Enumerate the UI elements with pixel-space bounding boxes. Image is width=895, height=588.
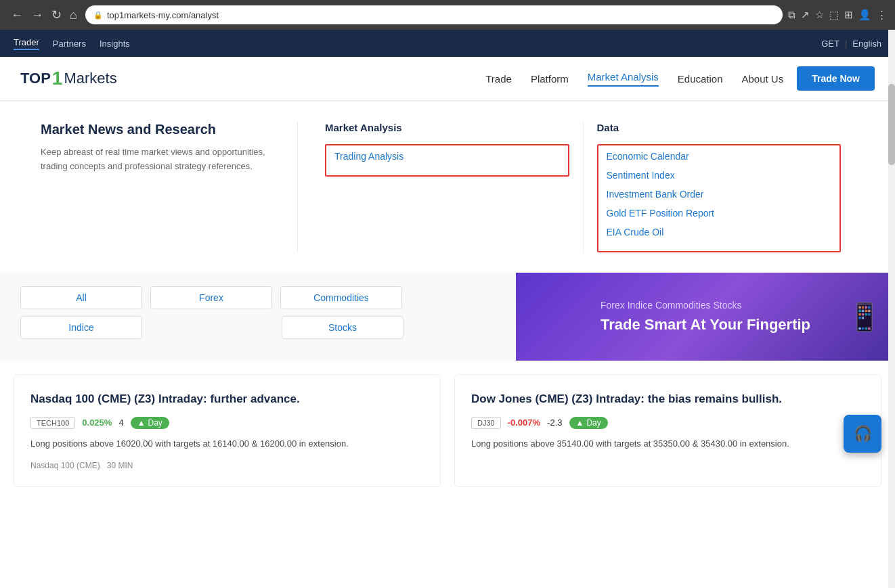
up-arrow-icon-2: ▲ bbox=[576, 418, 584, 428]
filter-indice-button[interactable]: Indice bbox=[20, 316, 142, 339]
headphones-icon: 🎧 bbox=[854, 425, 872, 443]
article-1-meta: TECH100 0.025% 4 ▲ Day bbox=[30, 417, 424, 429]
support-chat-button[interactable]: 🎧 bbox=[844, 415, 881, 453]
share-icon[interactable]: ↗ bbox=[801, 9, 810, 21]
banner-decoration: 📱 bbox=[848, 301, 881, 333]
nav-about-us[interactable]: About Us bbox=[742, 73, 784, 85]
filter-forex-button[interactable]: Forex bbox=[150, 286, 272, 309]
logo[interactable]: TOP1 Markets bbox=[20, 68, 117, 89]
mega-menu-title: Market News and Research bbox=[41, 122, 270, 137]
article-2-day-badge: ▲ Day bbox=[569, 417, 608, 429]
trading-analysis-link[interactable]: Trading Analysis bbox=[334, 151, 560, 162]
back-button[interactable]: ← bbox=[8, 7, 26, 24]
bookmark-icon[interactable]: ☆ bbox=[815, 9, 824, 21]
top-nav-right: GET | English bbox=[821, 39, 881, 49]
article-2-title: Dow Jones (CME) (Z3) Intraday: the bias … bbox=[471, 391, 865, 407]
filter-row-1: All Forex Commodities bbox=[20, 286, 496, 309]
article-card-1: Nasdaq 100 (CME) (Z3) Intraday: further … bbox=[14, 374, 441, 487]
article-2-tag: DJ30 bbox=[471, 417, 501, 429]
mega-menu-right: Market Analysis Trading Analysis Data Ec… bbox=[298, 122, 854, 252]
article-card-2: Dow Jones (CME) (Z3) Intraday: the bias … bbox=[454, 374, 881, 487]
mega-menu-dropdown: Market News and Research Keep abreast of… bbox=[0, 101, 895, 273]
nav-education[interactable]: Education bbox=[678, 73, 723, 85]
main-header: TOP1 Markets Trade Platform Market Analy… bbox=[0, 57, 895, 101]
article-1-title: Nasdaq 100 (CME) (Z3) Intraday: further … bbox=[30, 391, 424, 407]
filter-all-button[interactable]: All bbox=[20, 286, 142, 309]
scrollbar-thumb[interactable] bbox=[888, 84, 895, 165]
filter-commodities-button[interactable]: Commodities bbox=[280, 286, 402, 309]
home-button[interactable]: ⌂ bbox=[67, 7, 80, 24]
banner-content: Forex Indice Commodities Stocks Trade Sm… bbox=[580, 286, 831, 347]
browser-chrome: ← → ↻ ⌂ 🔒 top1markets-my.com/analyst ⧉ ↗… bbox=[0, 0, 895, 30]
main-nav: Trade Platform Market Analysis Education… bbox=[485, 71, 783, 87]
browser-actions: ⧉ ↗ ☆ ⬚ ⊞ 👤 ⋮ bbox=[788, 9, 887, 21]
mega-col1-title: Market Analysis bbox=[325, 122, 569, 133]
mega-menu-desc: Keep abreast of real time market views a… bbox=[41, 145, 270, 174]
menu-icon[interactable]: ⋮ bbox=[877, 9, 887, 21]
lock-icon: 🔒 bbox=[93, 11, 103, 20]
nav-trade[interactable]: Trade bbox=[485, 73, 512, 85]
article-2-num: -2.3 bbox=[547, 417, 562, 428]
extensions2-icon[interactable]: ⬚ bbox=[829, 9, 839, 21]
article-1-day-badge: ▲ Day bbox=[131, 417, 169, 429]
filter-stocks-button[interactable]: Stocks bbox=[282, 316, 403, 339]
eia-crude-link[interactable]: EIA Crude Oil bbox=[607, 227, 832, 238]
nav-partners[interactable]: Partners bbox=[53, 39, 86, 49]
filter-row-2: Indice Stocks bbox=[20, 316, 496, 339]
sentiment-index-link[interactable]: Sentiment Index bbox=[607, 170, 832, 181]
mega-menu-left: Market News and Research Keep abreast of… bbox=[41, 122, 298, 252]
article-2-period: Day bbox=[586, 418, 601, 428]
economic-calendar-link[interactable]: Economic Calendar bbox=[607, 151, 832, 162]
logo-top: TOP bbox=[20, 70, 51, 87]
forward-button[interactable]: → bbox=[28, 7, 46, 24]
nav-trader[interactable]: Trader bbox=[14, 37, 39, 50]
nav-market-analysis[interactable]: Market Analysis bbox=[588, 71, 659, 87]
nav-platform[interactable]: Platform bbox=[531, 73, 569, 85]
investment-bank-link[interactable]: Investment Bank Order bbox=[607, 189, 832, 200]
divider: | bbox=[845, 39, 847, 49]
url-text: top1markets-my.com/analyst bbox=[107, 10, 219, 20]
nav-insights[interactable]: Insights bbox=[100, 39, 130, 49]
banner-subtitle: Forex Indice Commodities Stocks bbox=[601, 300, 810, 311]
trade-now-button[interactable]: Trade Now bbox=[797, 66, 875, 91]
article-2-pct: -0.007% bbox=[508, 417, 540, 428]
language-label[interactable]: English bbox=[852, 39, 881, 49]
analysis-items-box: Trading Analysis bbox=[325, 144, 569, 177]
scrollbar[interactable] bbox=[888, 30, 895, 501]
article-1-num: 4 bbox=[118, 417, 123, 428]
article-1-body: Long positions above 16020.00 with targe… bbox=[30, 437, 424, 451]
article-1-footer-label: Nasdaq 100 (CME) bbox=[30, 461, 100, 470]
article-1-tag: TECH100 bbox=[30, 417, 75, 429]
mega-col-analysis: Market Analysis Trading Analysis bbox=[325, 122, 584, 252]
browser-nav-buttons[interactable]: ← → ↻ ⌂ bbox=[8, 6, 80, 24]
article-2-meta: DJ30 -0.007% -2.3 ▲ Day bbox=[471, 417, 865, 429]
grid-icon[interactable]: ⊞ bbox=[844, 9, 853, 21]
logo-markets: Markets bbox=[64, 70, 116, 87]
gold-etf-link[interactable]: Gold ETF Position Report bbox=[607, 208, 832, 219]
data-items-box: Economic Calendar Sentiment Index Invest… bbox=[597, 144, 842, 252]
article-1-footer: Nasdaq 100 (CME) 30 MIN bbox=[30, 461, 424, 470]
banner-title: Trade Smart At Your Fingertip bbox=[601, 316, 810, 334]
article-2-body: Long positions above 35140.00 with targe… bbox=[471, 437, 865, 451]
get-label[interactable]: GET bbox=[821, 39, 839, 49]
articles-grid: Nasdaq 100 (CME) (Z3) Intraday: further … bbox=[0, 374, 895, 501]
extensions-icon[interactable]: ⧉ bbox=[788, 9, 795, 21]
mega-col-data: Data Economic Calendar Sentiment Index I… bbox=[597, 122, 855, 252]
filter-section: All Forex Commodities Indice Stocks bbox=[0, 273, 516, 361]
article-1-pct: 0.025% bbox=[82, 417, 112, 428]
logo-one: 1 bbox=[52, 68, 63, 89]
filter-banner-section: All Forex Commodities Indice Stocks Fore… bbox=[0, 273, 895, 361]
top-nav-bar: Trader Partners Insights GET | English bbox=[0, 30, 895, 57]
profile-icon[interactable]: 👤 bbox=[858, 9, 871, 21]
top-nav-left: Trader Partners Insights bbox=[14, 37, 130, 50]
article-1-period: Day bbox=[148, 418, 162, 428]
article-1-footer-time: 30 MIN bbox=[107, 461, 133, 470]
address-bar[interactable]: 🔒 top1markets-my.com/analyst bbox=[85, 5, 783, 24]
mega-col2-title: Data bbox=[597, 122, 842, 133]
refresh-button[interactable]: ↻ bbox=[49, 6, 64, 24]
promo-banner: Forex Indice Commodities Stocks Trade Sm… bbox=[516, 273, 895, 361]
up-arrow-icon: ▲ bbox=[137, 418, 146, 428]
